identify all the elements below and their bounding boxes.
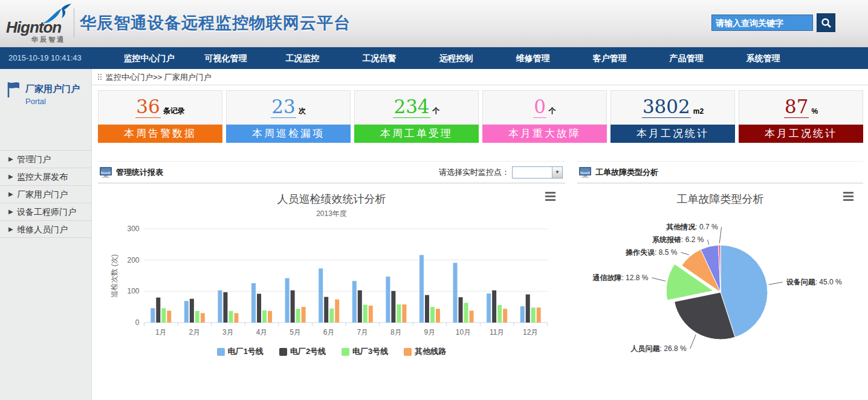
monitor-point-select[interactable]: ▼ <box>512 166 563 179</box>
search-icon <box>821 18 832 28</box>
stat-value[interactable]: 234 <box>393 97 430 118</box>
stat-unit: 次 <box>299 106 306 116</box>
stat-value[interactable]: 3802 <box>642 97 691 118</box>
svg-text:1月: 1月 <box>155 328 167 336</box>
svg-text:5月: 5月 <box>290 328 301 336</box>
divider <box>74 8 74 38</box>
sidebar-item-label: 厂家用户门户 <box>17 189 68 199</box>
nav-item[interactable]: 监控中心门户 <box>111 47 187 69</box>
triangle-right-icon: ▶ <box>8 186 13 203</box>
stat-card: 0个本月重大故障 <box>482 90 607 143</box>
logo-subtext: 华辰智通 <box>31 35 65 44</box>
nav-item[interactable]: 维修管理 <box>494 47 571 69</box>
legend-item[interactable]: 电厂2号线 <box>279 346 326 357</box>
svg-text:0: 0 <box>135 318 140 327</box>
legend-label: 其他线路 <box>415 346 446 357</box>
sidebar-menu: ▶管理门户▶监控大屏发布▶厂家用户门户▶设备工程师门户▶维修人员门户 <box>0 150 91 238</box>
nav-item[interactable]: 可视化管理 <box>187 47 264 69</box>
sidebar-item-label: 管理门户 <box>17 154 51 164</box>
bar-chart-subtitle: 2013年度 <box>98 209 565 219</box>
stat-card-label[interactable]: 本月工况统计 <box>739 125 863 143</box>
legend-label: 电厂3号线 <box>352 346 388 357</box>
stat-card-top: 36条记录 <box>98 90 222 125</box>
pie-slice-label: 系统报错: 6.2 % <box>652 235 704 244</box>
nav-item[interactable]: 产品管理 <box>648 47 725 69</box>
stat-card-top: 87% <box>739 90 863 125</box>
nav-menu: 监控中心门户可视化管理工况监控工况告警远程控制维修管理客户管理产品管理系统管理 <box>111 47 802 69</box>
legend-item[interactable]: 其他线路 <box>404 346 446 357</box>
page-header: Hignton 华辰智通 华辰智通设备远程监控物联网云平台 <box>0 0 868 47</box>
hamburger-icon[interactable] <box>545 192 555 203</box>
stat-card-label[interactable]: 本周告警数据 <box>98 125 222 143</box>
stat-value[interactable]: 23 <box>271 97 296 118</box>
panel-header: 工单故障类型分析 <box>577 162 863 183</box>
svg-text:10月: 10月 <box>456 328 471 336</box>
search-group <box>711 13 835 32</box>
logo[interactable]: Hignton 华辰智通 <box>5 4 73 42</box>
monitor-point-select-area: 请选择实时监控点： ▼ <box>439 166 563 179</box>
svg-text:12月: 12月 <box>523 328 538 336</box>
nav-item[interactable]: 系统管理 <box>725 47 802 69</box>
bar-chart-container: 人员巡检绩效统计分析 2013年度 0100200300巡检次数 (次)1月2月… <box>98 183 565 357</box>
nav-item[interactable]: 客户管理 <box>571 47 648 69</box>
stat-card-top: 3802m2 <box>611 90 735 125</box>
svg-text:100: 100 <box>127 287 139 295</box>
legend-swatch <box>217 348 225 356</box>
main-navbar: 2015-10-19 10:41:43 监控中心门户可视化管理工况监控工况告警远… <box>0 47 868 69</box>
svg-text:4月: 4月 <box>256 328 268 336</box>
pie-slice-label: 其他情况: 0.7 % <box>666 223 718 231</box>
flag-icon <box>6 81 22 98</box>
stat-value[interactable]: 36 <box>135 97 160 118</box>
stat-card: 234个本周工单受理 <box>354 90 479 143</box>
nav-item[interactable]: 工况告警 <box>341 47 418 69</box>
search-input[interactable] <box>711 15 813 31</box>
stat-card-label[interactable]: 本月工况统计 <box>611 125 735 143</box>
breadcrumb: 监控中心门户>> 厂家用户门户 <box>92 69 868 85</box>
bar-chart-legend: 电厂1号线电厂2号线电厂3号线其他线路 <box>98 346 565 357</box>
stat-card-label[interactable]: 本周巡检漏项 <box>226 125 351 143</box>
svg-text:2月: 2月 <box>189 328 201 336</box>
legend-item[interactable]: 电厂1号线 <box>217 346 264 357</box>
breadcrumb-text[interactable]: 监控中心门户>> 厂家用户门户 <box>106 69 212 85</box>
panel-title: 工单故障类型分析 <box>595 167 658 178</box>
sidebar-item-label: 监控大屏发布 <box>17 172 68 182</box>
portal-header: 厂家用户门户 Portal <box>0 69 91 127</box>
stat-card-top: 23次 <box>226 90 351 125</box>
portal-subtitle: Portal <box>25 97 46 106</box>
monitor-icon <box>99 166 112 179</box>
stat-value[interactable]: 0 <box>533 97 546 118</box>
sidebar-item[interactable]: ▶设备工程师门户 <box>0 203 91 220</box>
triangle-right-icon: ▶ <box>8 168 13 185</box>
stat-unit: m2 <box>693 107 704 116</box>
svg-text:11月: 11月 <box>490 328 504 336</box>
legend-label: 电厂2号线 <box>290 346 326 357</box>
chevron-down-icon: ▼ <box>552 167 562 178</box>
bar-chart: 0100200300巡检次数 (次)1月2月3月4月5月6月7月8月9月10月1… <box>98 223 565 344</box>
panel-statistics-report: 管理统计报表 请选择实时监控点： ▼ 人员巡检绩效统计分析 2013年度 010… <box>98 161 565 377</box>
legend-item[interactable]: 电厂3号线 <box>342 346 388 357</box>
sidebar-item[interactable]: ▶监控大屏发布 <box>0 168 91 185</box>
sidebar-item-label: 维修人员门户 <box>17 225 68 234</box>
svg-text:9月: 9月 <box>424 328 436 336</box>
sidebar-item[interactable]: ▶维修人员门户 <box>0 220 91 238</box>
stat-card-label[interactable]: 本周工单受理 <box>354 125 479 143</box>
pie-slice-label: 通信故障: 12.8 % <box>592 274 648 282</box>
hamburger-icon[interactable] <box>843 192 853 203</box>
search-button[interactable] <box>817 13 835 32</box>
pie-slice-label: 设备问题: 45.0 % <box>786 278 842 286</box>
legend-swatch <box>342 348 349 356</box>
svg-text:7月: 7月 <box>357 328 368 336</box>
sidebar: 厂家用户门户 Portal ▶管理门户▶监控大屏发布▶厂家用户门户▶设备工程师门… <box>0 69 92 400</box>
nav-item[interactable]: 远程控制 <box>418 47 494 69</box>
svg-text:300: 300 <box>127 225 139 233</box>
sidebar-item[interactable]: ▶厂家用户门户 <box>0 185 91 203</box>
sidebar-item-label: 设备工程师门户 <box>17 207 76 217</box>
stat-card-label[interactable]: 本月重大故障 <box>482 125 607 143</box>
sidebar-item[interactable]: ▶管理门户 <box>0 150 91 168</box>
stat-value[interactable]: 87 <box>784 97 809 118</box>
nav-item[interactable]: 工况监控 <box>264 47 341 69</box>
stat-unit: 个 <box>549 106 556 116</box>
panel-title: 管理统计报表 <box>116 167 163 178</box>
logo-text: Hignton <box>6 18 61 37</box>
legend-swatch <box>279 348 287 356</box>
